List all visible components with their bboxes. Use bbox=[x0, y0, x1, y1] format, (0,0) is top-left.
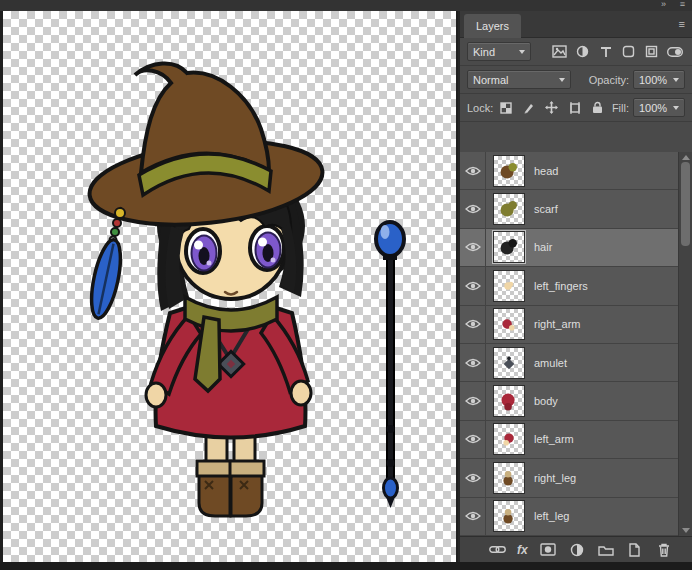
layer-thumbnail[interactable] bbox=[493, 385, 525, 417]
blend-mode-value: Normal bbox=[473, 74, 508, 86]
eye-icon bbox=[465, 319, 481, 329]
layer-row-scarf[interactable]: scarf bbox=[460, 190, 680, 228]
blend-row: Normal Opacity: 100% bbox=[460, 66, 692, 94]
layer-row-right-leg[interactable]: right_leg bbox=[460, 459, 680, 497]
layer-thumbnail[interactable] bbox=[493, 308, 525, 340]
visibility-toggle[interactable] bbox=[460, 229, 486, 266]
layer-thumbnail[interactable] bbox=[493, 423, 525, 455]
lock-artboard-icon[interactable] bbox=[564, 98, 585, 118]
blend-mode-dropdown[interactable]: Normal bbox=[467, 70, 571, 89]
filter-row: Kind bbox=[460, 38, 692, 66]
layer-thumbnail[interactable] bbox=[493, 155, 525, 187]
kind-filter-dropdown[interactable]: Kind bbox=[467, 42, 531, 61]
visibility-toggle[interactable] bbox=[460, 459, 486, 496]
fill-label: Fill: bbox=[612, 102, 629, 114]
adjustment-layer-icon[interactable] bbox=[568, 541, 586, 559]
opacity-value: 100% bbox=[639, 74, 667, 86]
lock-label: Lock: bbox=[467, 102, 493, 114]
layer-name: head bbox=[534, 165, 558, 177]
adjustment-layer-filter-icon[interactable] bbox=[572, 42, 593, 62]
add-layer-mask-icon[interactable] bbox=[539, 541, 557, 559]
link-layers-icon[interactable] bbox=[488, 541, 506, 559]
layers-list: head scarf hair left_fingers right_a bbox=[460, 152, 680, 536]
layer-thumbnail[interactable] bbox=[493, 462, 525, 494]
layer-name: scarf bbox=[534, 203, 558, 215]
visibility-toggle[interactable] bbox=[460, 498, 486, 535]
layer-effects-button[interactable]: fx bbox=[517, 543, 528, 557]
eye-icon bbox=[465, 511, 481, 521]
layer-name: left_fingers bbox=[534, 280, 588, 292]
layer-row-head[interactable]: head bbox=[460, 152, 680, 190]
scroll-up-icon[interactable] bbox=[682, 155, 690, 160]
layer-thumbnail[interactable] bbox=[493, 193, 525, 225]
chevron-down-icon bbox=[673, 78, 679, 82]
visibility-toggle[interactable] bbox=[460, 421, 486, 458]
document-canvas[interactable] bbox=[3, 11, 456, 562]
layer-name: right_arm bbox=[534, 318, 580, 330]
layer-name: hair bbox=[534, 241, 552, 253]
window-bottom-edge bbox=[0, 562, 692, 570]
layer-row-left-leg[interactable]: left_leg bbox=[460, 498, 680, 536]
scroll-down-icon[interactable] bbox=[682, 528, 690, 533]
shape-layer-filter-icon[interactable] bbox=[618, 42, 639, 62]
eye-icon bbox=[465, 204, 481, 214]
character-art bbox=[85, 63, 326, 516]
layer-thumbnail[interactable] bbox=[493, 347, 525, 379]
window-menu-icon[interactable]: ≡ bbox=[680, 0, 685, 10]
layers-panel: Layers ≡ Kind bbox=[458, 11, 692, 562]
layers-footer-toolbar: fx bbox=[460, 536, 692, 562]
panel-tab-bar: Layers ≡ bbox=[460, 11, 692, 38]
lock-all-icon[interactable] bbox=[587, 98, 608, 118]
eye-icon bbox=[465, 396, 481, 406]
layer-name: amulet bbox=[534, 357, 567, 369]
layer-row-body[interactable]: body bbox=[460, 382, 680, 420]
layer-row-left-fingers[interactable]: left_fingers bbox=[460, 267, 680, 305]
lock-position-icon[interactable] bbox=[541, 98, 562, 118]
layer-filtering-toggle-icon[interactable] bbox=[664, 42, 685, 62]
layer-row-hair[interactable]: hair bbox=[460, 229, 680, 267]
layer-thumbnail[interactable] bbox=[493, 231, 525, 263]
staff-art bbox=[376, 222, 404, 508]
opacity-dropdown[interactable]: 100% bbox=[633, 70, 685, 89]
visibility-toggle[interactable] bbox=[460, 267, 486, 304]
visibility-toggle[interactable] bbox=[460, 152, 486, 189]
opacity-label: Opacity: bbox=[589, 74, 629, 86]
chevron-down-icon bbox=[673, 106, 679, 110]
layers-scrollbar[interactable] bbox=[678, 152, 692, 536]
layer-name: right_leg bbox=[534, 472, 576, 484]
pixel-layer-filter-icon[interactable] bbox=[549, 42, 570, 62]
visibility-toggle[interactable] bbox=[460, 344, 486, 381]
lock-image-pixels-icon[interactable] bbox=[518, 98, 539, 118]
layer-row-amulet[interactable]: amulet bbox=[460, 344, 680, 382]
scrollbar-thumb[interactable] bbox=[681, 162, 690, 246]
tab-layers[interactable]: Layers bbox=[464, 14, 521, 38]
fill-value: 100% bbox=[639, 102, 667, 114]
type-layer-filter-icon[interactable] bbox=[595, 42, 616, 62]
eye-icon bbox=[465, 281, 481, 291]
lock-row: Lock: Fill: 100% bbox=[460, 94, 692, 122]
eye-icon bbox=[465, 242, 481, 252]
fill-dropdown[interactable]: 100% bbox=[633, 98, 685, 117]
panel-group-header: » ≡ bbox=[0, 0, 692, 11]
layer-thumbnail[interactable] bbox=[493, 270, 525, 302]
character-artwork bbox=[3, 11, 456, 562]
layer-thumbnail[interactable] bbox=[493, 500, 525, 532]
eye-icon bbox=[465, 166, 481, 176]
chevron-down-icon bbox=[559, 78, 565, 82]
visibility-toggle[interactable] bbox=[460, 382, 486, 419]
layer-name: left_leg bbox=[534, 510, 569, 522]
collapse-panels-icon[interactable]: » bbox=[661, 0, 666, 10]
visibility-toggle[interactable] bbox=[460, 190, 486, 227]
lock-transparent-pixels-icon[interactable] bbox=[495, 98, 516, 118]
new-group-icon[interactable] bbox=[597, 541, 615, 559]
layer-name: left_arm bbox=[534, 433, 574, 445]
panel-menu-icon[interactable]: ≡ bbox=[679, 18, 685, 30]
layer-row-right-arm[interactable]: right_arm bbox=[460, 306, 680, 344]
eye-icon bbox=[465, 473, 481, 483]
eye-icon bbox=[465, 434, 481, 444]
visibility-toggle[interactable] bbox=[460, 306, 486, 343]
smart-object-filter-icon[interactable] bbox=[641, 42, 662, 62]
new-layer-icon[interactable] bbox=[626, 541, 644, 559]
layer-row-left-arm[interactable]: left_arm bbox=[460, 421, 680, 459]
delete-layer-icon[interactable] bbox=[655, 541, 673, 559]
